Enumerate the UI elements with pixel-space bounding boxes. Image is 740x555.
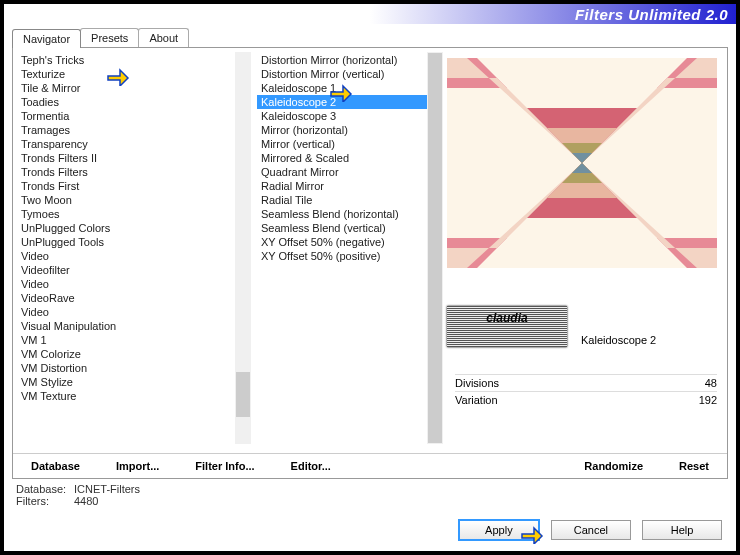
preview-image <box>447 58 717 268</box>
list-item[interactable]: VM Stylize <box>17 375 249 389</box>
tab-presets[interactable]: Presets <box>80 28 139 47</box>
tab-about[interactable]: About <box>138 28 189 47</box>
tab-strip: Navigator Presets About <box>12 28 728 47</box>
filter-info-button[interactable]: Filter Info... <box>195 460 254 472</box>
list-item[interactable]: Tronds Filters <box>17 165 249 179</box>
list-item[interactable]: VM Texture <box>17 389 249 403</box>
list-item[interactable]: Tormentia <box>17 109 249 123</box>
list-item[interactable]: Toadies <box>17 95 249 109</box>
status-info: Database:ICNET-Filters Filters:4480 <box>16 483 728 507</box>
list-item[interactable]: UnPlugged Tools <box>17 235 249 249</box>
list-item[interactable]: Videofilter <box>17 263 249 277</box>
list-item[interactable]: Mirror (vertical) <box>257 137 439 151</box>
editor-button[interactable]: Editor... <box>291 460 331 472</box>
main-panel: Teph's TricksTexturizeTile & MirrorToadi… <box>12 47 728 479</box>
list-item[interactable]: Kaleidoscope 3 <box>257 109 439 123</box>
list-item[interactable]: VM Colorize <box>17 347 249 361</box>
reset-button[interactable]: Reset <box>679 460 709 472</box>
param-row[interactable]: Divisions 48 <box>455 374 717 391</box>
list-item[interactable]: Tile & Mirror <box>17 81 249 95</box>
list-item[interactable]: Teph's Tricks <box>17 53 249 67</box>
list-item[interactable]: VM 1 <box>17 333 249 347</box>
list-item[interactable]: VideoRave <box>17 291 249 305</box>
apply-button[interactable]: Apply <box>458 519 540 541</box>
list-item[interactable]: Kaleidoscope 1 <box>257 81 439 95</box>
list-item[interactable]: XY Offset 50% (negative) <box>257 235 439 249</box>
randomize-button[interactable]: Randomize <box>584 460 643 472</box>
list-item[interactable]: Radial Tile <box>257 193 439 207</box>
list-item[interactable]: Quadrant Mirror <box>257 165 439 179</box>
list-item[interactable]: Radial Mirror <box>257 179 439 193</box>
list-item[interactable]: Mirror (horizontal) <box>257 123 439 137</box>
list-item[interactable]: UnPlugged Colors <box>17 221 249 235</box>
param-row[interactable]: Variation 192 <box>455 391 717 408</box>
list-item[interactable]: Texturize <box>17 67 249 81</box>
list-item[interactable]: Seamless Blend (horizontal) <box>257 207 439 221</box>
category-list[interactable]: Teph's TricksTexturizeTile & MirrorToadi… <box>17 52 249 444</box>
watermark-badge: claudia <box>447 306 567 347</box>
list-item[interactable]: XY Offset 50% (positive) <box>257 249 439 263</box>
list-item[interactable]: Tymoes <box>17 207 249 221</box>
cancel-button[interactable]: Cancel <box>551 520 631 540</box>
dialog-buttons: Apply Cancel Help <box>450 519 722 541</box>
list-item[interactable]: Tronds First <box>17 179 249 193</box>
list-item[interactable]: Mirrored & Scaled <box>257 151 439 165</box>
filter-list[interactable]: Distortion Mirror (horizontal)Distortion… <box>257 52 439 444</box>
database-button[interactable]: Database <box>31 460 80 472</box>
list-item[interactable]: Tramages <box>17 123 249 137</box>
list-item[interactable]: Kaleidoscope 2 <box>257 95 439 109</box>
list-item[interactable]: VM Distortion <box>17 361 249 375</box>
filter-scrollbar[interactable] <box>427 52 443 444</box>
list-item[interactable]: Distortion Mirror (vertical) <box>257 67 439 81</box>
category-scrollbar[interactable] <box>235 52 251 444</box>
title-bar: Filters Unlimited 2.0 <box>4 4 736 24</box>
list-item[interactable]: Video <box>17 305 249 319</box>
list-item[interactable]: Video <box>17 249 249 263</box>
list-item[interactable]: Visual Manipulation <box>17 319 249 333</box>
param-value: 48 <box>705 377 717 389</box>
param-value: 192 <box>699 394 717 406</box>
param-label: Variation <box>455 394 498 406</box>
list-item[interactable]: Tronds Filters II <box>17 151 249 165</box>
param-label: Divisions <box>455 377 499 389</box>
help-button[interactable]: Help <box>642 520 722 540</box>
list-item[interactable]: Transparency <box>17 137 249 151</box>
list-item[interactable]: Seamless Blend (vertical) <box>257 221 439 235</box>
panel-bottom-bar: Database Import... Filter Info... Editor… <box>13 453 727 472</box>
list-item[interactable]: Distortion Mirror (horizontal) <box>257 53 439 67</box>
list-item[interactable]: Video <box>17 277 249 291</box>
import-button[interactable]: Import... <box>116 460 159 472</box>
filter-name-label: Kaleidoscope 2 <box>581 334 656 346</box>
tab-navigator[interactable]: Navigator <box>12 29 81 48</box>
list-item[interactable]: Two Moon <box>17 193 249 207</box>
params-area: Divisions 48 Variation 192 <box>455 374 717 408</box>
